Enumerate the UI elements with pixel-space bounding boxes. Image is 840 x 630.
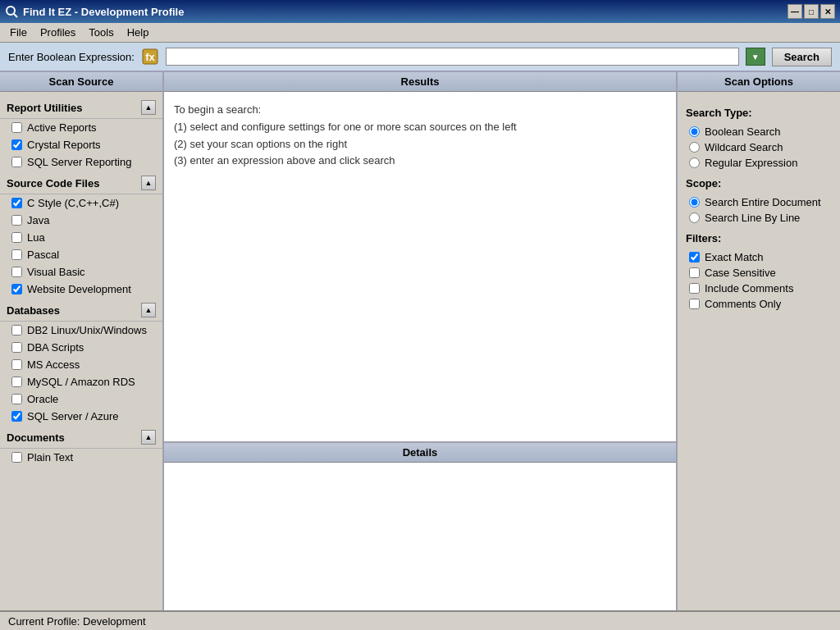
section-collapse-1[interactable]: ▲ (141, 176, 156, 190)
close-button[interactable]: ✕ (820, 4, 835, 19)
search-type-radio-1[interactable] (689, 142, 700, 153)
section-header-1: Source Code Files▲ (0, 172, 162, 194)
details-content (164, 463, 676, 610)
scan-item-1-2: Lua (0, 229, 162, 246)
maximize-button[interactable]: □ (804, 4, 819, 19)
filter-checkbox-0[interactable] (689, 252, 700, 262)
section-title-0: Report Utilities (7, 102, 82, 114)
section-title-3: Documents (7, 431, 65, 444)
scan-checkbox-0-0[interactable] (11, 122, 22, 133)
scope-radio-1[interactable] (689, 212, 700, 223)
search-button[interactable]: Search (772, 48, 832, 66)
scan-checkbox-0-2[interactable] (11, 157, 22, 167)
scan-checkbox-1-2[interactable] (11, 232, 22, 243)
title-bar: Find It EZ - Development Profile — □ ✕ (0, 0, 840, 23)
scan-label-1-1: Java (27, 214, 49, 226)
scan-options-header: Scan Options (678, 72, 840, 92)
filters-title: Filters: (686, 232, 832, 244)
scan-checkbox-2-0[interactable] (11, 325, 22, 336)
scan-checkbox-2-1[interactable] (11, 342, 22, 353)
results-step-1: (2) set your scan options on the right (174, 136, 666, 153)
scan-label-0-2: SQL Server Reporting (27, 156, 131, 168)
search-type-radio-2[interactable] (689, 158, 700, 168)
scan-label-2-3: MySQL / Amazon RDS (27, 376, 135, 388)
scan-source-panel: Scan Source Report Utilities▲Active Repo… (0, 72, 164, 610)
search-type-option-0: Boolean Search (686, 124, 832, 139)
scan-label-2-1: DBA Scripts (27, 341, 84, 354)
results-intro: To begin a search: (174, 102, 666, 119)
scan-checkbox-0-1[interactable] (11, 139, 22, 150)
search-input[interactable] (166, 48, 739, 66)
scan-checkbox-1-1[interactable] (11, 215, 22, 226)
scan-item-2-1: DBA Scripts (0, 339, 162, 356)
filter-label-2: Include Comments (705, 282, 793, 294)
menu-help[interactable]: Help (121, 25, 156, 40)
expression-icon: fx (141, 48, 159, 66)
scan-checkbox-2-2[interactable] (11, 359, 22, 370)
scan-checkbox-2-4[interactable] (11, 394, 22, 404)
search-type-title: Search Type: (686, 107, 832, 119)
scan-item-2-0: DB2 Linux/Unix/Windows (0, 322, 162, 339)
scan-item-1-3: Pascal (0, 246, 162, 263)
scan-checkbox-3-0[interactable] (11, 452, 22, 463)
scan-checkbox-2-3[interactable] (11, 377, 22, 387)
scan-checkbox-1-5[interactable] (11, 284, 22, 294)
scan-label-2-0: DB2 Linux/Unix/Windows (27, 324, 147, 336)
section-header-3: Documents▲ (0, 427, 162, 449)
scan-checkbox-1-3[interactable] (11, 249, 22, 260)
scan-label-0-1: Crystal Reports (27, 139, 101, 151)
filter-label-0: Exact Match (705, 251, 764, 263)
scan-item-1-5: Website Development (0, 281, 162, 298)
menu-bar: File Profiles Tools Help (0, 23, 840, 43)
scan-item-2-3: MySQL / Amazon RDS (0, 373, 162, 390)
app-icon (5, 5, 18, 18)
scope-label-0: Search Entire Document (705, 196, 821, 208)
section-title-1: Source Code Files (7, 177, 99, 189)
scan-item-1-0: C Style (C,C++,C#) (0, 194, 162, 212)
search-type-radio-0[interactable] (689, 126, 700, 137)
scan-item-2-4: Oracle (0, 390, 162, 408)
scan-checkbox-1-4[interactable] (11, 267, 22, 277)
scan-item-1-4: Visual Basic (0, 263, 162, 281)
scan-source-header: Scan Source (0, 72, 162, 92)
minimize-button[interactable]: — (788, 4, 802, 19)
scan-source-content: Report Utilities▲Active ReportsCrystal R… (0, 92, 162, 610)
center-panel: Results To begin a search:(1) select and… (164, 72, 676, 610)
scope-title: Scope: (686, 177, 832, 189)
menu-file[interactable]: File (3, 25, 34, 40)
scan-label-2-4: Oracle (27, 393, 58, 405)
scan-label-1-2: Lua (27, 231, 45, 244)
window-title: Find It EZ - Development Profile (23, 6, 788, 18)
scope-option-1: Search Line By Line (686, 210, 832, 226)
menu-tools[interactable]: Tools (82, 25, 120, 40)
search-label: Enter Boolean Expression: (8, 51, 135, 63)
search-type-label-0: Boolean Search (705, 126, 781, 138)
scan-label-2-5: SQL Server / Azure (27, 410, 119, 422)
search-type-option-1: Wildcard Search (686, 139, 832, 155)
status-text: Current Profile: Development (8, 615, 146, 628)
filter-checkbox-2[interactable] (689, 283, 700, 294)
filter-item-0: Exact Match (686, 249, 832, 265)
search-bar: Enter Boolean Expression: fx Search (0, 43, 840, 72)
scan-item-0-0: Active Reports (0, 119, 162, 136)
section-collapse-0[interactable]: ▲ (141, 100, 156, 115)
search-type-dropdown[interactable] (746, 48, 765, 66)
section-title-2: Databases (7, 304, 60, 317)
filter-item-3: Comments Only (686, 296, 832, 312)
results-step-2: (3) enter an expression above and click … (174, 153, 666, 170)
scan-item-0-2: SQL Server Reporting (0, 153, 162, 171)
section-collapse-2[interactable]: ▲ (141, 303, 156, 317)
scan-item-2-2: MS Access (0, 356, 162, 373)
filter-checkbox-3[interactable] (689, 299, 700, 309)
scan-checkbox-2-5[interactable] (11, 411, 22, 422)
results-step-0: (1) select and configure settings for on… (174, 119, 666, 136)
search-type-label-2: Regular Expression (705, 157, 797, 169)
scan-label-2-2: MS Access (27, 358, 80, 371)
scan-options-panel: Scan Options Search Type:Boolean SearchW… (676, 72, 840, 610)
scope-radio-0[interactable] (689, 197, 700, 208)
menu-profiles[interactable]: Profiles (34, 25, 82, 40)
scan-checkbox-1-0[interactable] (11, 198, 22, 208)
filter-checkbox-1[interactable] (689, 267, 700, 278)
section-collapse-3[interactable]: ▲ (141, 430, 156, 445)
svg-line-1 (14, 14, 17, 17)
